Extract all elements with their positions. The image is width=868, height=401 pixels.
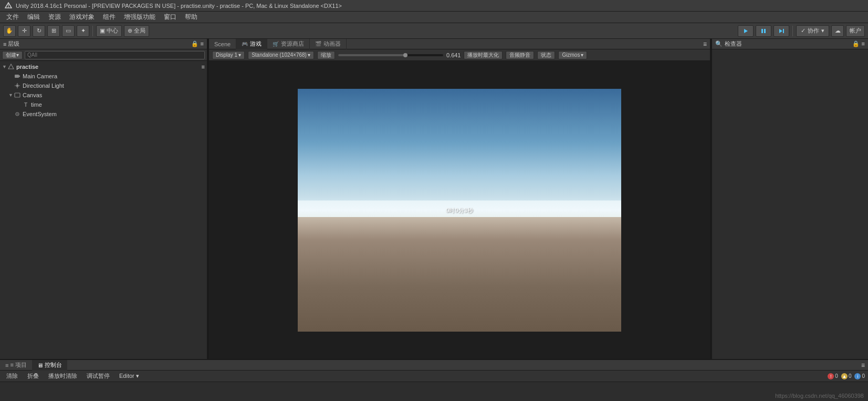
scale-slider-fill: [338, 54, 405, 56]
hierarchy-menu-icon: ≡: [3, 41, 6, 47]
hierarchy-search-input[interactable]: [25, 51, 205, 59]
center-area: Scene 🎮 游戏 🛒 资源商店 🎬 动画器 ≡: [209, 39, 710, 359]
tab-asset-store[interactable]: 🛒 资源商店: [267, 39, 310, 49]
inspector-header: 🔍 检查器 🔒 ≡: [712, 39, 868, 49]
center-tabs: Scene 🎮 游戏 🛒 资源商店 🎬 动画器 ≡: [209, 39, 710, 49]
menu-item-window[interactable]: 窗口: [160, 12, 181, 23]
eventsystem-label: EventSystem: [23, 111, 57, 117]
hierarchy-more-icon[interactable]: ≡: [201, 40, 204, 47]
asset-store-tab-label: 资源商店: [281, 40, 304, 48]
warning-indicator[interactable]: ▲ 0: [841, 373, 852, 379]
scale-slider-thumb[interactable]: [403, 53, 407, 57]
create-dropdown-icon: ▾: [16, 52, 19, 58]
clear-on-play-button[interactable]: 播放时清除: [45, 372, 80, 381]
hierarchy-item-time[interactable]: T time: [0, 100, 207, 109]
center-tabs-menu-icon[interactable]: ≡: [700, 40, 710, 48]
hierarchy-item-main-camera[interactable]: Main Camera: [0, 71, 207, 81]
main-layout: ≡ 层级 🔒 ≡ 创建 ▾ ▼: [0, 39, 868, 401]
animator-tab-label: 动画器: [323, 40, 341, 48]
tab-scene[interactable]: Scene: [209, 39, 236, 49]
create-button[interactable]: 创建 ▾: [2, 51, 23, 59]
playmode-maximize-button[interactable]: 播放时最大化: [464, 51, 503, 59]
collab-button[interactable]: ✓ 协作 ▾: [796, 25, 829, 37]
error-pause-button[interactable]: 调试暂停: [83, 372, 113, 381]
menu-bar: 文件 编辑 资源 游戏对象 组件 增强版功能 窗口 帮助: [0, 12, 868, 23]
stats-button[interactable]: 状态: [537, 51, 555, 59]
eventsystem-no-arrow: [8, 111, 14, 117]
hierarchy-lock-icon[interactable]: 🔒: [191, 40, 198, 47]
time-no-arrow: [17, 102, 22, 107]
toolbar-separator-2: [792, 26, 793, 36]
watermark: https://blog.csdn.net/qq_46060398: [775, 393, 864, 399]
camera-icon: [14, 73, 21, 80]
main-camera-label: Main Camera: [23, 73, 57, 79]
collapse-button[interactable]: 折叠: [24, 372, 42, 381]
cloud-button[interactable]: ☁: [831, 25, 844, 37]
tool-rotate-button[interactable]: ↻: [33, 25, 45, 37]
warning-indicator-icon: ▲: [841, 373, 848, 379]
tab-project[interactable]: ≡ ≡ 项目: [0, 360, 32, 371]
menu-item-edit[interactable]: 编辑: [23, 12, 44, 23]
svg-marker-5: [779, 29, 782, 33]
menu-item-component[interactable]: 组件: [99, 12, 120, 23]
tool-rect-button[interactable]: ▭: [62, 25, 75, 37]
directional-light-label: Directional Light: [23, 83, 64, 89]
tab-console[interactable]: 🖥 控制台: [32, 360, 67, 371]
tab-animator[interactable]: 🎬 动画器: [310, 39, 347, 49]
inspector-panel: 🔍 检查器 🔒 ≡: [712, 39, 868, 359]
hierarchy-item-eventsystem[interactable]: EventSystem: [0, 109, 207, 119]
menu-item-enhanced[interactable]: 增强版功能: [120, 12, 160, 23]
inspector-lock-icon[interactable]: 🔒: [852, 40, 860, 47]
game-viewport: 0时0分3秒: [209, 61, 710, 359]
menu-item-help[interactable]: 帮助: [181, 12, 202, 23]
tab-game[interactable]: 🎮 游戏: [236, 39, 267, 49]
display-button[interactable]: Display 1 ▾: [212, 51, 245, 59]
canvas-collapse-arrow: ▼: [8, 92, 14, 98]
scene-name: practise: [16, 64, 38, 70]
svg-rect-8: [15, 75, 19, 78]
scale-slider-track[interactable]: [338, 54, 443, 56]
hierarchy-item-directional-light[interactable]: Directional Light: [0, 81, 207, 90]
game-canvas: 0时0分3秒: [298, 89, 621, 332]
step-button[interactable]: [773, 25, 789, 37]
tool-move-button[interactable]: ✛: [18, 25, 30, 37]
pause-button[interactable]: [756, 25, 771, 37]
play-button[interactable]: [738, 25, 754, 37]
hierarchy-item-canvas[interactable]: ▼ Canvas: [0, 90, 207, 100]
tool-hand-button[interactable]: ✋: [3, 25, 16, 37]
toolbar-right: ✓ 协作 ▾ ☁ 帐户: [738, 25, 865, 37]
scale-button[interactable]: 缩放: [317, 51, 335, 59]
inspector-more-icon[interactable]: ≡: [862, 40, 865, 47]
menu-item-file[interactable]: 文件: [2, 12, 23, 23]
account-button[interactable]: 帐户: [846, 25, 865, 37]
bottom-panel-toolbar: 清除 折叠 播放时清除 调试暂停 Editor ▾ ! 0 ▲ 0 i 0: [0, 371, 868, 382]
info-indicator-icon: i: [854, 373, 861, 379]
editor-button[interactable]: Editor ▾: [116, 372, 142, 381]
tool-scale-button[interactable]: ⊞: [47, 25, 60, 37]
game-time-text: 0时0分3秒: [446, 206, 473, 214]
scale-value: 0.641: [446, 52, 461, 58]
global-button[interactable]: ⊕ 全局: [124, 25, 149, 37]
info-indicator[interactable]: i 0: [854, 373, 865, 379]
error-indicator[interactable]: ! 0: [828, 373, 838, 379]
menu-item-assets[interactable]: 资源: [44, 12, 65, 23]
center-button[interactable]: ▣ 中心: [96, 25, 122, 37]
global-icon: ⊕: [128, 27, 132, 34]
console-tab-icon: 🖥: [37, 362, 43, 368]
menu-item-gameobject[interactable]: 游戏对象: [65, 12, 99, 23]
editor-area: ≡ 层级 🔒 ≡ 创建 ▾ ▼: [0, 39, 868, 359]
mute-audio-button[interactable]: 音频静音: [506, 51, 534, 59]
tool-transform-button[interactable]: ✦: [77, 25, 89, 37]
hierarchy-scene-root[interactable]: ▼ practise ≡: [0, 62, 207, 71]
animator-tab-icon: 🎬: [315, 41, 321, 47]
scene-tab-label: Scene: [214, 41, 231, 47]
gizmos-button[interactable]: Gizmos ▾: [558, 51, 587, 59]
hierarchy-panel: ≡ 层级 🔒 ≡ 创建 ▾ ▼: [0, 39, 207, 359]
inspector-title: 检查器: [725, 40, 742, 48]
scene-menu-icon[interactable]: ≡: [202, 64, 205, 70]
toolbar: ✋ ✛ ↻ ⊞ ▭ ✦ ▣ 中心 ⊕ 全局: [0, 23, 868, 39]
clear-button[interactable]: 清除: [3, 372, 21, 381]
bottom-panel-menu-icon[interactable]: ≡: [858, 362, 868, 369]
editor-dropdown-icon: ▾: [136, 373, 139, 379]
resolution-button[interactable]: Standalone (1024×768) ▾: [248, 51, 314, 59]
